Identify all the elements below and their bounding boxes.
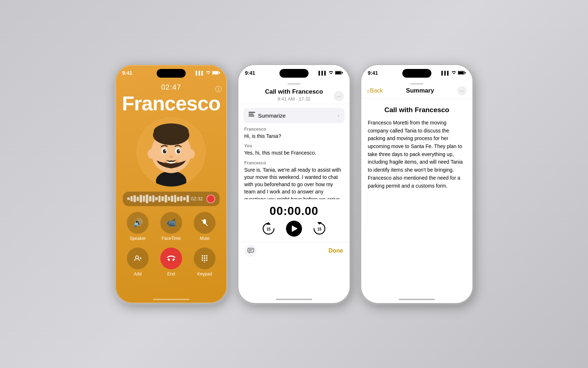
- speaker-label: Speaker: [130, 236, 146, 241]
- transcript-block-2: You Yes, hi, this must be Francesco.: [244, 143, 344, 156]
- svg-rect-35: [342, 72, 343, 73]
- transcript-bottom: Done: [238, 242, 350, 259]
- speaker-name-1: Francesco: [244, 127, 344, 132]
- svg-point-32: [204, 262, 205, 262]
- transcript-meta: 9:41 AM · 17:32: [246, 96, 342, 102]
- chat-icon[interactable]: [245, 245, 257, 257]
- skip-back-button[interactable]: 15: [261, 221, 276, 236]
- facetime-button[interactable]: 📹 FaceTime: [158, 212, 185, 241]
- signal-icon-3: ▌▌▌: [442, 71, 450, 75]
- play-button[interactable]: [286, 221, 302, 237]
- svg-rect-47: [458, 71, 464, 74]
- back-label: Back: [370, 87, 383, 94]
- phone-transcript: 9:41 ▌▌▌ Call with Francesco 9:41 AM · 1…: [238, 64, 350, 304]
- mute-label: Mute: [200, 236, 210, 241]
- signal-icon: ▌▌▌: [196, 71, 204, 75]
- add-button[interactable]: Add: [124, 248, 151, 277]
- avatar: [137, 118, 206, 187]
- svg-point-30: [204, 259, 205, 261]
- svg-point-8: [148, 149, 155, 159]
- keypad-label: Keypad: [197, 271, 212, 277]
- svg-text:15: 15: [317, 227, 322, 231]
- svg-point-14: [165, 150, 166, 151]
- end-icon[interactable]: [160, 248, 182, 269]
- wifi-icon-3: [451, 71, 456, 75]
- add-label: Add: [134, 271, 141, 277]
- summary-nav: ‹ Back Summary ···: [361, 85, 472, 99]
- svg-point-31: [206, 259, 208, 261]
- svg-rect-37: [249, 114, 254, 115]
- svg-point-18: [136, 256, 138, 259]
- keypad-icon[interactable]: [194, 248, 216, 269]
- svg-point-12: [163, 149, 166, 154]
- playback-controls: 15 15: [238, 221, 350, 237]
- more-options-button-2[interactable]: ···: [334, 91, 344, 101]
- summary-body: Francesco Moretti from the moving compan…: [368, 119, 466, 190]
- speaker-text-1: Hi, is this Tania?: [244, 132, 344, 140]
- svg-rect-38: [249, 115, 254, 116]
- svg-point-28: [206, 257, 208, 259]
- svg-point-23: [202, 255, 203, 257]
- play-icon: [292, 225, 298, 232]
- waveform: [127, 195, 189, 203]
- mute-icon[interactable]: [194, 212, 216, 234]
- skip-forward-button[interactable]: 15: [312, 221, 327, 236]
- status-time-1: 9:41: [122, 70, 132, 76]
- speaker-text-3: Sure is. Tania, we're all ready to assis…: [244, 166, 344, 199]
- svg-point-27: [204, 257, 205, 259]
- speaker-button[interactable]: 🔊 Speaker: [124, 212, 151, 241]
- svg-point-25: [206, 255, 208, 257]
- facetime-icon[interactable]: 📹: [160, 212, 182, 234]
- add-icon[interactable]: [127, 248, 149, 269]
- svg-rect-21: [168, 258, 170, 261]
- svg-rect-48: [465, 72, 466, 73]
- status-icons-3: ▌▌▌: [442, 71, 466, 75]
- svg-point-9: [188, 149, 195, 159]
- signal-icon-2: ▌▌▌: [319, 71, 327, 75]
- svg-point-13: [177, 149, 180, 154]
- speaker-icon[interactable]: 🔊: [127, 212, 149, 234]
- svg-point-7: [154, 123, 189, 139]
- svg-point-24: [204, 255, 205, 257]
- facetime-label: FaceTime: [162, 236, 181, 241]
- svg-rect-34: [335, 71, 341, 74]
- svg-point-15: [179, 150, 180, 151]
- battery-icon-3: [458, 71, 466, 75]
- battery-icon: [212, 71, 220, 75]
- status-icons-1: ▌▌▌: [196, 71, 220, 75]
- summarize-chevron-icon: ›: [338, 113, 339, 118]
- transcript-block-1: Francesco Hi, is this Tania?: [244, 127, 344, 140]
- transcript-header: Call with Francesco 9:41 AM · 17:32: [238, 85, 350, 104]
- home-indicator-1: [153, 299, 189, 300]
- rec-time: 02:32: [191, 196, 203, 201]
- end-label: End: [167, 271, 175, 277]
- home-indicator-3: [399, 299, 435, 300]
- transcript-title: Call with Francesco: [246, 88, 342, 95]
- keypad-button[interactable]: Keypad: [191, 248, 218, 277]
- avatar-area: [116, 118, 227, 187]
- status-time-3: 9:41: [368, 70, 378, 76]
- more-options-button-3[interactable]: ···: [457, 86, 467, 95]
- mute-button[interactable]: Mute: [191, 212, 218, 241]
- info-icon[interactable]: ⓘ: [215, 85, 222, 94]
- speaker-name-3: Francesco: [244, 160, 344, 165]
- end-button[interactable]: End: [158, 248, 185, 277]
- summary-content: Call with Francesco Francesco Moretti fr…: [361, 99, 472, 197]
- svg-point-29: [202, 259, 203, 261]
- status-icons-2: ▌▌▌: [319, 71, 343, 75]
- dynamic-island: [157, 69, 186, 78]
- summarize-label: Summarize: [258, 113, 286, 119]
- done-button[interactable]: Done: [329, 248, 343, 254]
- recording-bar: 02:32: [123, 192, 220, 206]
- summarize-button[interactable]: Summarize ›: [243, 108, 345, 123]
- svg-rect-22: [172, 258, 175, 261]
- back-button[interactable]: ‹ Back: [367, 87, 383, 95]
- call-buttons-grid: 🔊 Speaker 📹 FaceTime Mute: [116, 206, 227, 277]
- wifi-icon: [206, 71, 211, 75]
- speaker-text-2: Yes, hi, this must be Francesco.: [244, 149, 344, 156]
- svg-rect-1: [213, 71, 218, 74]
- dynamic-island-3: [402, 69, 431, 78]
- dynamic-island-2: [279, 69, 309, 78]
- back-chevron-icon: ‹: [367, 87, 369, 95]
- home-indicator-2: [276, 299, 312, 300]
